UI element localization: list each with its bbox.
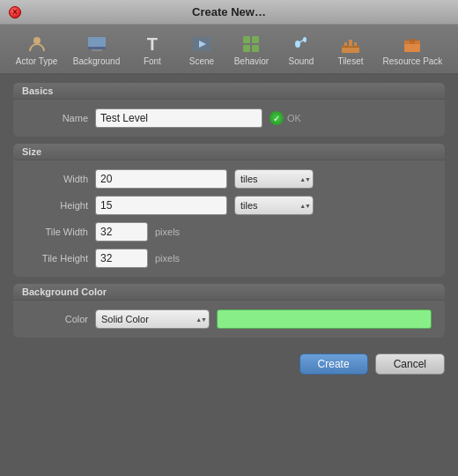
svg-rect-23 bbox=[410, 39, 415, 44]
toolbar-label-font: Font bbox=[144, 56, 161, 66]
basics-section: Basics Name ✓ OK bbox=[13, 83, 445, 137]
svg-rect-6 bbox=[243, 36, 250, 43]
tile-width-row: Tile Width pixels bbox=[26, 222, 432, 242]
toolbar-label-tileset: Tileset bbox=[337, 56, 363, 66]
toolbar-label-resource-pack: Resource Pack bbox=[383, 56, 443, 66]
color-type-select[interactable]: Solid Color Gradient Image bbox=[95, 309, 210, 329]
close-button[interactable] bbox=[9, 6, 21, 19]
height-unit-wrapper: tiles pixels bbox=[234, 196, 314, 215]
name-input[interactable] bbox=[95, 108, 262, 128]
window-title: Create New… bbox=[192, 5, 266, 19]
footer: Create Cancel bbox=[0, 346, 458, 383]
svg-rect-9 bbox=[252, 45, 259, 52]
height-row: Height tiles pixels bbox=[26, 196, 432, 215]
ok-label: OK bbox=[287, 113, 301, 123]
main-content: Basics Name ✓ OK Size Width tiles bbox=[0, 74, 458, 346]
svg-rect-3 bbox=[92, 49, 102, 51]
toolbar-item-background[interactable]: Background bbox=[66, 30, 127, 70]
background-color-section: Background Color Color Solid Color Gradi… bbox=[13, 284, 445, 338]
font-icon: T bbox=[142, 33, 163, 55]
width-unit-select[interactable]: tiles pixels bbox=[234, 169, 314, 189]
titlebar: Create New… bbox=[0, 0, 458, 25]
ok-indicator: ✓ OK bbox=[270, 111, 301, 125]
svg-rect-7 bbox=[252, 36, 259, 43]
svg-rect-20 bbox=[356, 46, 359, 47]
svg-point-12 bbox=[303, 37, 307, 42]
basics-header: Basics bbox=[13, 83, 445, 100]
svg-point-0 bbox=[33, 37, 41, 44]
size-body: Width tiles pixels Height tiles pixels bbox=[13, 160, 445, 277]
toolbar-item-font[interactable]: T Font bbox=[129, 30, 176, 70]
basics-body: Name ✓ OK bbox=[13, 100, 445, 137]
width-unit-wrapper: tiles pixels bbox=[234, 169, 314, 189]
svg-rect-16 bbox=[349, 40, 352, 46]
color-preview[interactable] bbox=[217, 309, 432, 329]
svg-rect-8 bbox=[243, 45, 250, 52]
tile-height-input[interactable] bbox=[95, 249, 148, 268]
width-input[interactable] bbox=[95, 169, 227, 189]
tile-width-unit: pixels bbox=[155, 227, 180, 237]
svg-rect-18 bbox=[342, 46, 345, 47]
actor-type-icon bbox=[26, 33, 48, 55]
toolbar-label-behavior: Behavior bbox=[234, 56, 269, 66]
tile-height-row: Tile Height pixels bbox=[26, 249, 432, 268]
svg-rect-19 bbox=[347, 46, 354, 47]
toolbar-item-resource-pack[interactable]: Resource Pack bbox=[376, 30, 449, 70]
color-label: Color bbox=[26, 314, 88, 324]
create-button[interactable]: Create bbox=[299, 353, 368, 375]
sound-icon bbox=[291, 33, 312, 55]
resource-pack-icon bbox=[402, 33, 423, 55]
color-type-wrapper: Solid Color Gradient Image bbox=[95, 309, 210, 329]
toolbar-item-tileset[interactable]: Tileset bbox=[327, 30, 374, 70]
background-icon bbox=[86, 33, 107, 55]
height-input[interactable] bbox=[95, 196, 227, 215]
background-color-body: Color Solid Color Gradient Image bbox=[13, 301, 445, 338]
toolbar: Actor Type Background T Font Scene bbox=[0, 25, 458, 74]
behavior-icon bbox=[240, 33, 262, 55]
svg-rect-2 bbox=[88, 47, 106, 49]
svg-rect-24 bbox=[404, 42, 420, 43]
toolbar-label-scene: Scene bbox=[189, 56, 214, 66]
height-label: Height bbox=[26, 200, 88, 211]
tileset-icon bbox=[340, 33, 361, 55]
toolbar-item-scene[interactable]: Scene bbox=[178, 30, 225, 70]
tile-height-unit: pixels bbox=[155, 253, 180, 264]
size-section: Size Width tiles pixels Height tiles bbox=[13, 144, 445, 277]
toolbar-label-sound: Sound bbox=[288, 56, 314, 66]
name-row: Name ✓ OK bbox=[26, 108, 432, 128]
width-label: Width bbox=[26, 174, 88, 184]
ok-checkmark: ✓ bbox=[270, 111, 284, 125]
height-unit-select[interactable]: tiles pixels bbox=[234, 196, 314, 215]
svg-rect-17 bbox=[354, 42, 357, 46]
tile-width-input[interactable] bbox=[95, 222, 148, 242]
width-row: Width tiles pixels bbox=[26, 169, 432, 189]
toolbar-label-background: Background bbox=[73, 56, 120, 66]
size-header: Size bbox=[13, 144, 445, 160]
toolbar-item-sound[interactable]: Sound bbox=[277, 30, 325, 70]
tile-height-label: Tile Height bbox=[26, 253, 88, 264]
svg-rect-15 bbox=[344, 42, 347, 46]
color-row: Color Solid Color Gradient Image bbox=[26, 309, 432, 329]
toolbar-label-actor-type: Actor Type bbox=[16, 56, 58, 66]
cancel-button[interactable]: Cancel bbox=[375, 353, 445, 375]
toolbar-item-actor-type[interactable]: Actor Type bbox=[9, 30, 64, 70]
scene-icon bbox=[191, 33, 212, 55]
background-color-header: Background Color bbox=[13, 284, 445, 301]
tile-width-label: Tile Width bbox=[26, 227, 88, 237]
toolbar-item-behavior[interactable]: Behavior bbox=[227, 30, 276, 70]
name-label: Name bbox=[26, 113, 88, 123]
